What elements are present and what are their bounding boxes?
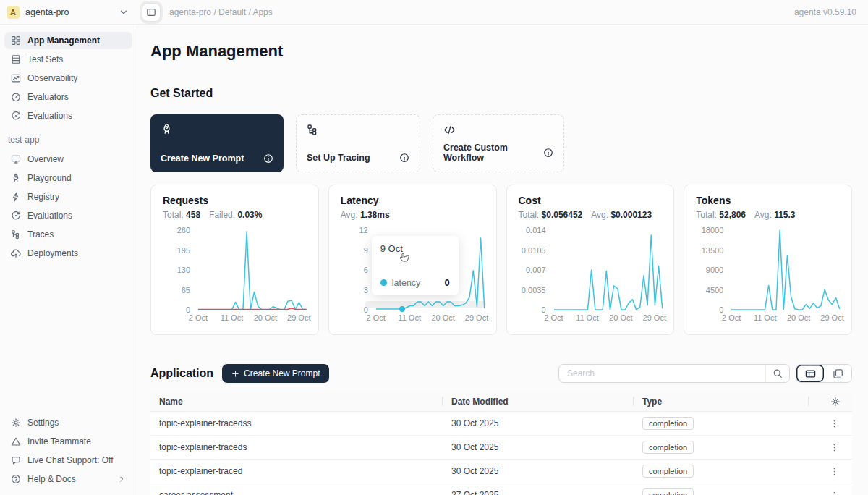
app-name: topic-explainer-tracedss [150, 418, 443, 428]
card-label: Set Up Tracing [307, 153, 370, 163]
sidebar-item-label: Test Sets [27, 54, 63, 64]
type-badge: completion [642, 488, 694, 495]
tooltip-date: 9 Oct [380, 243, 450, 254]
chevron-down-icon [119, 7, 129, 17]
latency-chart[interactable]: 036912 9 Oct latency 0 [341, 230, 485, 323]
sidebar-item-app-management[interactable]: App Management [4, 32, 132, 49]
sidebar-item-label: Registry [27, 192, 59, 202]
sidebar-item-test-sets[interactable]: Test Sets [4, 51, 132, 68]
column-settings[interactable] [809, 392, 852, 411]
chevron-right-icon [117, 475, 126, 483]
cost-card: Cost Total: $0.056452Avg: $0.000123 00.0… [506, 185, 675, 335]
tooltip-series: latency [392, 278, 421, 288]
series-dot [380, 279, 387, 286]
rows-icon [11, 54, 21, 64]
create-new-prompt-button[interactable]: Create New Prompt [222, 364, 329, 383]
sidebar-item-invite-teammate[interactable]: Invite Teammate [4, 433, 132, 450]
type-badge: completion [642, 441, 694, 454]
app-name: topic-explainer-traceds [150, 442, 443, 452]
card-label: Create New Prompt [161, 153, 244, 164]
monitor-icon [11, 154, 21, 164]
create-new-prompt-card[interactable]: Create New Prompt [150, 114, 284, 172]
application-title: Application [150, 367, 213, 380]
row-menu-button[interactable] [828, 489, 841, 495]
x-axis: 2 Oct11 Oct20 Oct29 Oct [554, 310, 663, 323]
sidebar-item-traces[interactable]: Traces [4, 226, 132, 243]
page-title: App Management [150, 42, 852, 61]
sidebar-item-live-chat[interactable]: Live Chat Support: Off [4, 452, 132, 469]
card-view-icon[interactable] [824, 365, 851, 382]
view-toggle [796, 364, 852, 383]
sidebar-item-label: Invite Teammate [27, 436, 91, 447]
table-row[interactable]: career-assessment 27 Oct 2025 completion [150, 483, 852, 495]
row-menu-button[interactable] [828, 441, 841, 454]
search-icon[interactable] [765, 365, 789, 382]
get-started-cards: Create New Prompt Set Up Tracing Create … [150, 114, 852, 172]
sidebar-item-deployments[interactable]: Deployments [4, 245, 132, 262]
tokens-card: Tokens Total: 52,806Avg: 115.3 045009000… [684, 185, 852, 335]
cost-chart[interactable]: 00.00350.0070.01050.014 2 Oct11 Oct20 Oc… [519, 230, 663, 323]
stat-subtitle: Total: $0.056452Avg: $0.000123 [519, 210, 663, 220]
sidebar-item-label: Settings [27, 418, 59, 428]
stat-title: Requests [163, 195, 307, 206]
table-row[interactable]: topic-explainer-tracedss 30 Oct 2025 com… [150, 412, 852, 436]
refresh-icon [11, 211, 21, 221]
tokens-chart[interactable]: 0450090001350018000 2 Oct11 Oct20 Oct29 … [696, 230, 840, 323]
lightning-icon [11, 192, 21, 202]
sidebar-item-evaluators[interactable]: Evaluators [4, 88, 132, 106]
table-view-icon[interactable] [796, 365, 824, 382]
sidebar-item-label: Observability [27, 73, 77, 83]
sidebar-item-evaluations[interactable]: Evaluations [4, 107, 132, 124]
workspace-selector[interactable]: A agenta-pro [0, 6, 137, 19]
column-header-type[interactable]: Type [634, 392, 809, 411]
line-chart-icon [11, 73, 21, 83]
table-header: Name Date Modified Type [150, 392, 852, 412]
create-custom-workflow-card[interactable]: Create Custom Workflow [433, 114, 564, 172]
row-menu-button[interactable] [828, 418, 841, 430]
row-menu-button[interactable] [828, 465, 841, 478]
plus-icon [231, 370, 239, 378]
tooltip-value: 0 [445, 277, 450, 288]
sidebar-item-label: Help & Docs [27, 474, 76, 484]
table-row[interactable]: topic-explainer-traceds 30 Oct 2025 comp… [150, 436, 852, 460]
column-header-name[interactable]: Name [150, 392, 443, 411]
sidebar-item-registry[interactable]: Registry [4, 188, 132, 206]
sidebar-item-label: Evaluators [27, 92, 69, 102]
column-header-date-modified[interactable]: Date Modified [443, 392, 634, 411]
app-date: 30 Oct 2025 [443, 442, 634, 452]
sidebar-item-help-docs[interactable]: Help & Docs [4, 470, 132, 488]
app-date: 27 Oct 2025 [443, 490, 634, 495]
sidebar-item-settings[interactable]: Settings [4, 414, 132, 431]
sidebar-item-playground[interactable]: Playground [4, 169, 132, 187]
card-label: Create Custom Workflow [443, 143, 543, 163]
table-row[interactable]: topic-explainer-traced 30 Oct 2025 compl… [150, 460, 852, 483]
stat-title: Cost [519, 195, 663, 206]
rocket-icon [161, 123, 273, 135]
set-up-tracing-card[interactable]: Set Up Tracing [296, 114, 420, 172]
sidebar-item-overview[interactable]: Overview [4, 151, 132, 168]
type-badge: completion [642, 465, 694, 478]
info-icon[interactable] [263, 153, 273, 164]
panel-toggle-icon [146, 7, 156, 17]
sidebar-item-label: Playground [27, 173, 72, 183]
tree-icon [307, 124, 409, 136]
y-axis: 00.00350.0070.01050.014 [519, 230, 548, 310]
requests-card: Requests Total: 458Failed: 0.03% 0651301… [150, 185, 319, 335]
info-icon[interactable] [399, 153, 409, 163]
workspace-name: agenta-pro [25, 7, 69, 17]
stat-subtitle: Total: 458Failed: 0.03% [163, 210, 307, 220]
search-input[interactable] [559, 365, 765, 382]
mouse-cursor [396, 252, 410, 268]
x-axis: 2 Oct11 Oct20 Oct29 Oct [376, 310, 485, 323]
info-icon[interactable] [543, 148, 553, 158]
sidebar-item-evaluations-app[interactable]: Evaluations [4, 207, 132, 224]
gauge-icon [11, 92, 21, 102]
sidebar-item-observability[interactable]: Observability [4, 69, 132, 87]
breadcrumb[interactable]: agenta-pro / Default / Apps [169, 7, 273, 17]
requests-chart[interactable]: 065130195260 2 Oct11 Oct20 Oct29 Oct [163, 230, 307, 323]
sidebar-item-label: Traces [27, 229, 54, 240]
workspace-avatar: A [7, 6, 20, 19]
search-box [558, 364, 790, 383]
gear-icon[interactable] [830, 397, 841, 407]
sidebar-toggle-button[interactable] [142, 3, 161, 22]
